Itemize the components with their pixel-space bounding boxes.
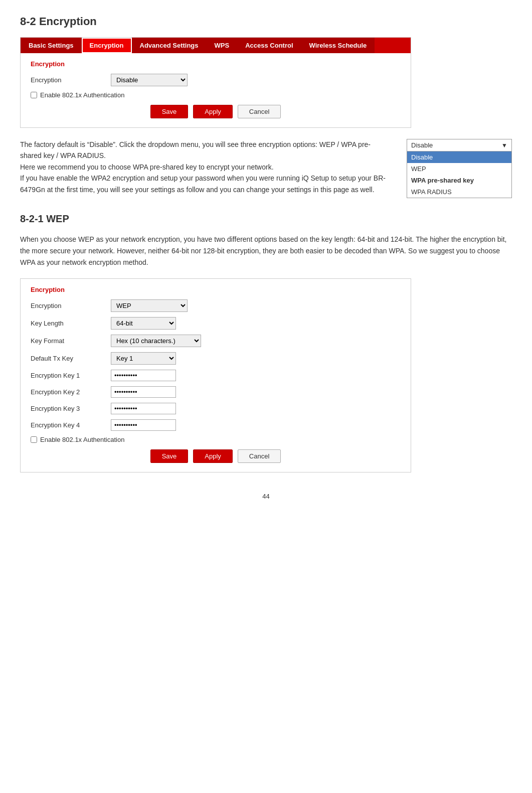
router-nav: Basic Settings Encryption Advanced Setti… (21, 38, 411, 53)
top-btn-row: Save Apply Cancel (31, 105, 401, 118)
page-number: 44 (20, 493, 512, 500)
wep-key-length-label: Key Length (31, 320, 111, 327)
wep-encryption-control: WEP Disable WPA pre-shared key WPA RADIU… (111, 299, 188, 312)
top-apply-button[interactable]: Apply (193, 105, 233, 118)
dp-option-wep[interactable]: WEP (407, 163, 511, 175)
dp-header-text: Disable (411, 141, 433, 149)
wep-key-format-select[interactable]: Hex (10 characters.) ASCII (5 characters… (111, 335, 201, 347)
wep-enc-key1-label: Encryption Key 1 (31, 372, 111, 379)
nav-tab-encryption[interactable]: Encryption (82, 38, 132, 53)
wep-checkbox-label: Enable 802.1x Authentication (40, 436, 124, 443)
wep-default-tx-control: Key 1 Key 2 Key 3 Key 4 (111, 352, 176, 365)
nav-tab-advanced-settings[interactable]: Advanced Settings (132, 38, 207, 53)
wep-enc-key3-control (111, 403, 176, 414)
wep-key-length-control: 64-bit 128-bit (111, 317, 176, 330)
dropdown-preview-box: Disable ▼ Disable WEP WPA pre-shared key… (407, 139, 512, 198)
top-encryption-control: Disable WEP WPA pre-shared key WPA RADIU… (111, 74, 188, 86)
wep-checkbox-row: Enable 802.1x Authentication (31, 436, 401, 443)
wep-cancel-button[interactable]: Cancel (238, 449, 281, 463)
wep-key-length-row: Key Length 64-bit 128-bit (31, 317, 401, 330)
wep-key-format-row: Key Format Hex (10 characters.) ASCII (5… (31, 335, 401, 347)
wep-section-label: Encryption (31, 286, 401, 293)
wep-encryption-label: Encryption (31, 302, 111, 309)
wep-default-tx-label: Default Tx Key (31, 355, 111, 362)
wep-enc-key3-label: Encryption Key 3 (31, 405, 111, 412)
nav-tab-wps[interactable]: WPS (207, 38, 238, 53)
nav-tab-wireless-schedule[interactable]: Wireless Schedule (301, 38, 375, 53)
top-section-label: Encryption (31, 60, 401, 68)
description-block: The factory default is “Disable”. Click … (20, 139, 512, 198)
wep-enc-key4-row: Encryption Key 4 (31, 419, 401, 431)
wep-enc-key1-row: Encryption Key 1 (31, 370, 401, 381)
dp-header: Disable ▼ (407, 139, 511, 151)
wep-enc-key4-input[interactable] (111, 419, 176, 431)
top-form-box: Encryption Encryption Disable WEP WPA pr… (21, 53, 411, 127)
wep-enc-key2-control (111, 386, 176, 398)
section-wep-title: 8-2-1 WEP (20, 213, 512, 225)
wep-enable-802-checkbox[interactable] (31, 436, 37, 443)
top-save-button[interactable]: Save (150, 105, 189, 118)
wep-router-ui-box: Encryption Encryption WEP Disable WPA pr… (20, 278, 411, 472)
wep-enc-key4-label: Encryption Key 4 (31, 421, 111, 429)
dp-arrow-icon: ▼ (501, 142, 507, 149)
top-encryption-select[interactable]: Disable WEP WPA pre-shared key WPA RADIU… (111, 74, 188, 86)
wep-enc-key3-input[interactable] (111, 403, 176, 414)
wep-encryption-row: Encryption WEP Disable WPA pre-shared ke… (31, 299, 401, 312)
top-router-ui-box: Basic Settings Encryption Advanced Setti… (20, 37, 411, 128)
wep-apply-button[interactable]: Apply (193, 449, 233, 463)
top-cancel-button[interactable]: Cancel (238, 105, 281, 118)
wep-key-format-label: Key Format (31, 337, 111, 345)
top-encryption-label: Encryption (31, 76, 111, 84)
description-text: The factory default is “Disable”. Click … (20, 139, 392, 198)
top-encryption-row: Encryption Disable WEP WPA pre-shared ke… (31, 74, 401, 86)
wep-enc-key3-row: Encryption Key 3 (31, 403, 401, 414)
top-enable-802-checkbox[interactable] (31, 92, 37, 98)
wep-form-box: Encryption Encryption WEP Disable WPA pr… (21, 279, 411, 472)
desc-paragraph: The factory default is “Disable”. Click … (20, 139, 392, 195)
wep-default-tx-row: Default Tx Key Key 1 Key 2 Key 3 Key 4 (31, 352, 401, 365)
wep-key-length-select[interactable]: 64-bit 128-bit (111, 317, 176, 330)
wep-enc-key1-input[interactable] (111, 370, 176, 381)
dp-option-wpa-radius[interactable]: WPA RADIUS (407, 186, 511, 198)
wep-save-button[interactable]: Save (150, 449, 189, 463)
dp-option-disable[interactable]: Disable (407, 151, 511, 163)
top-checkbox-label: Enable 802.1x Authentication (40, 91, 124, 99)
section-wep-desc: When you choose WEP as your network encr… (20, 234, 512, 268)
page-title: 8-2 Encryption (20, 15, 512, 28)
dp-option-wpa-psk[interactable]: WPA pre-shared key (407, 175, 511, 186)
wep-btn-row: Save Apply Cancel (31, 449, 401, 463)
nav-tab-access-control[interactable]: Access Control (237, 38, 301, 53)
top-checkbox-row: Enable 802.1x Authentication (31, 91, 401, 99)
wep-enc-key2-input[interactable] (111, 386, 176, 398)
wep-key-format-control: Hex (10 characters.) ASCII (5 characters… (111, 335, 201, 347)
wep-enc-key2-row: Encryption Key 2 (31, 386, 401, 398)
wep-enc-key1-control (111, 370, 176, 381)
nav-tab-basic-settings[interactable]: Basic Settings (21, 38, 82, 53)
wep-enc-key4-control (111, 419, 176, 431)
wep-enc-key2-label: Encryption Key 2 (31, 388, 111, 396)
wep-default-tx-select[interactable]: Key 1 Key 2 Key 3 Key 4 (111, 352, 176, 365)
wep-encryption-select[interactable]: WEP Disable WPA pre-shared key WPA RADIU… (111, 299, 188, 312)
